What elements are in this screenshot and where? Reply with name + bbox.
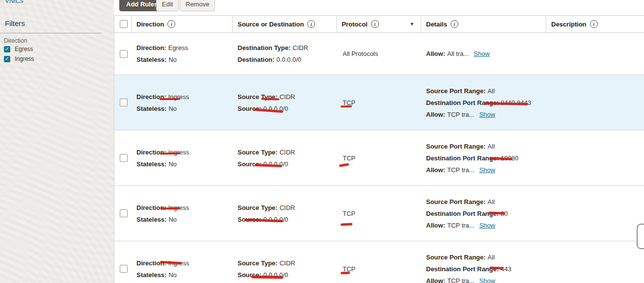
table-row: Direction:Egress Stateless:No Destinatio… <box>114 33 644 75</box>
dest-port-label: Destination Port Range: <box>426 210 499 217</box>
sidebar-item-vnics[interactable]: VNICs <box>5 0 24 4</box>
table-row: Direction:Ingress Stateless:No Source Ty… <box>114 75 644 130</box>
header-details: Details i <box>421 16 546 32</box>
allow-value: All tra... <box>447 50 469 57</box>
stateless-label: Stateless: <box>136 271 166 279</box>
details-cell: Source Port Range:All Destination Port R… <box>421 130 546 185</box>
source-type-value: CIDR <box>279 259 295 267</box>
info-icon[interactable]: i <box>451 20 458 28</box>
details-cell: Source Port Range:All Destination Port R… <box>421 241 546 283</box>
source-type-label: Source Type: <box>238 93 277 101</box>
checkbox-checked-icon[interactable]: ✓ <box>4 46 10 52</box>
header-direction-label: Direction <box>136 21 164 28</box>
table-row: Direction:Ingress Stateless:No Source Ty… <box>114 241 644 283</box>
info-icon[interactable]: i <box>371 20 379 28</box>
header-source-or-destination: Source or Destination i <box>233 16 337 32</box>
protocol-cell: TCP <box>337 186 421 241</box>
row-checkbox-cell <box>114 33 132 75</box>
filter-group-direction-label: Direction <box>4 37 27 44</box>
header-protocol-label: Protocol <box>342 21 368 28</box>
protocol-value: TCP <box>343 154 355 162</box>
filter-checkbox-egress[interactable]: ✓ Egress <box>4 46 33 52</box>
stateless-label: Stateless: <box>136 56 166 63</box>
table-row: Direction:Ingress Stateless:No Source Ty… <box>114 130 644 186</box>
details-cell: Allow:All tra...Show <box>421 33 546 75</box>
remove-button[interactable]: Remove <box>180 0 215 11</box>
header-protocol: Protocol i ▼ <box>337 16 421 32</box>
stateless-label: Stateless: <box>136 160 166 168</box>
filter-checkbox-ingress[interactable]: ✓ Ingress <box>4 55 34 62</box>
show-link[interactable]: Show <box>479 111 495 118</box>
show-link[interactable]: Show <box>474 50 490 57</box>
allow-label: Allow: <box>426 222 445 229</box>
source-value: 0.0.0.0/0 <box>263 216 288 223</box>
allow-label: Allow: <box>426 277 445 283</box>
direction-cell: Direction:Ingress Stateless:No <box>132 241 233 283</box>
source-type-value: CIDR <box>279 93 295 101</box>
dest-port-value: 8440-8443 <box>501 99 531 106</box>
chevron-down-icon[interactable]: ▼ <box>410 22 414 26</box>
row-checkbox-cell <box>114 186 132 241</box>
dest-port-label: Destination Port Range: <box>426 99 499 106</box>
direction-cell: Direction:Ingress Stateless:No <box>132 130 233 185</box>
info-icon[interactable]: i <box>307 20 315 28</box>
stateless-value: No <box>168 160 177 168</box>
allow-label: Allow: <box>426 111 445 118</box>
direction-value: Ingress <box>168 204 189 211</box>
source-destination-cell: Source Type:CIDR Source:0.0.0.0/0 <box>233 241 337 283</box>
select-all-checkbox[interactable] <box>120 20 128 28</box>
source-value: 0.0.0.0/0 <box>263 160 288 168</box>
source-port-value: All <box>487 87 494 95</box>
row-checkbox[interactable] <box>120 209 128 217</box>
dest-port-value: 80 <box>501 210 508 217</box>
dest-port-value: 443 <box>501 265 511 273</box>
filters-title: Filters <box>5 19 25 27</box>
source-destination-cell: Destination Type:CIDR Destination:0.0.0.… <box>233 33 337 75</box>
source-type-label: Source Type: <box>238 204 277 211</box>
filter-ingress-label: Ingress <box>15 55 34 62</box>
allow-value: TCP tra... <box>447 166 474 174</box>
select-all-cell <box>114 16 132 32</box>
source-destination-cell: Source Type:CIDR Source:0.0.0.0/0 <box>233 75 337 130</box>
row-checkbox[interactable] <box>120 154 128 162</box>
description-cell <box>546 186 644 241</box>
direction-value: Ingress <box>168 259 189 267</box>
description-cell <box>546 75 644 130</box>
destination-type-label: Destination Type: <box>238 44 291 51</box>
description-cell <box>546 130 644 185</box>
allow-label: Allow: <box>426 166 445 174</box>
direction-value: Ingress <box>168 149 189 156</box>
source-port-value: All <box>487 254 494 261</box>
row-checkbox[interactable] <box>120 99 128 106</box>
filter-egress-label: Egress <box>15 46 33 52</box>
show-link[interactable]: Show <box>479 277 495 283</box>
dest-port-label: Destination Port Range: <box>426 265 499 273</box>
stateless-label: Stateless: <box>136 105 166 112</box>
header-direction: Direction i <box>132 16 233 32</box>
direction-cell: Direction:Ingress Stateless:No <box>132 186 233 241</box>
protocol-cell: TCP <box>337 75 421 130</box>
checkbox-checked-icon[interactable]: ✓ <box>4 56 10 62</box>
stateless-label: Stateless: <box>136 216 166 223</box>
allow-value: TCP tra... <box>447 111 474 118</box>
description-cell <box>546 33 644 75</box>
allow-value: TCP tra... <box>447 222 474 229</box>
row-checkbox-cell <box>114 75 132 130</box>
info-icon[interactable]: i <box>590 20 598 28</box>
stateless-value: No <box>168 271 177 279</box>
floating-widget[interactable] <box>637 224 644 249</box>
source-label: Source: <box>238 271 261 279</box>
show-link[interactable]: Show <box>479 166 495 174</box>
dest-port-value: 10080 <box>501 154 518 162</box>
filters-divider <box>0 33 102 33</box>
row-checkbox[interactable] <box>120 265 128 273</box>
edit-button[interactable]: Edit <box>156 0 179 11</box>
row-checkbox[interactable] <box>120 50 128 58</box>
destination-label: Destination: <box>238 56 274 63</box>
show-link[interactable]: Show <box>479 222 495 229</box>
source-type-label: Source Type: <box>238 149 277 156</box>
source-destination-cell: Source Type:CIDR Source:0.0.0.0/0 <box>233 186 337 241</box>
protocol-value: All Protocols <box>343 50 378 57</box>
details-cell: Source Port Range:All Destination Port R… <box>421 186 546 241</box>
info-icon[interactable]: i <box>167 20 175 28</box>
